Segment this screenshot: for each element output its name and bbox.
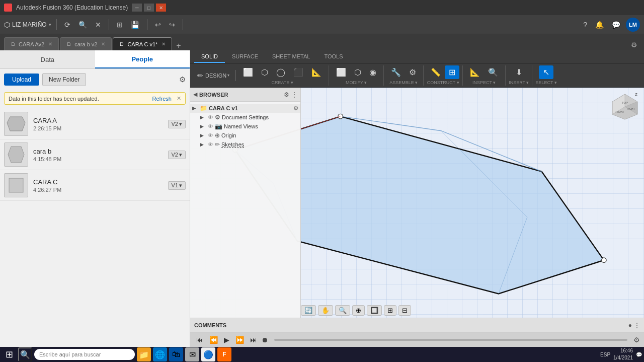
taskbar-search-input[interactable] — [34, 349, 135, 360]
maximize-button[interactable]: □ — [144, 4, 154, 12]
tab-close-cara-cv1[interactable]: ✕ — [162, 41, 166, 47]
viewport-button[interactable]: ⊟ — [398, 305, 411, 316]
tree-root[interactable]: ▶ 📁 CARA C v1 ⚙ — [190, 104, 300, 113]
close-panel-button[interactable]: ✕ — [93, 19, 104, 30]
create-btn-2[interactable]: ⬡ — [257, 65, 272, 79]
create-btn-4[interactable]: ⬛ — [289, 65, 307, 79]
upload-button[interactable]: Upload — [4, 74, 39, 86]
playback-settings-button[interactable]: ⚙ — [633, 336, 640, 344]
file-version-cara-c[interactable]: V1 ▾ — [168, 181, 186, 190]
tab-tools[interactable]: TOOLS — [317, 51, 350, 63]
zoom-button[interactable]: 🔍 — [335, 305, 350, 316]
refresh-link[interactable]: Refresh — [152, 96, 172, 102]
refresh-button[interactable]: ⟳ — [62, 19, 73, 30]
tree-item-named-views[interactable]: ▶ 👁 📷 Named Views — [190, 122, 300, 131]
create-btn-1[interactable]: ⬜ — [239, 65, 257, 79]
tree-root-settings-icon[interactable]: ⚙ — [293, 105, 298, 112]
taskbar-edge[interactable]: 🌐 — [153, 347, 167, 361]
taskbar-chrome[interactable]: 🔵 — [201, 347, 215, 361]
tree-item-doc-settings[interactable]: ▶ 👁 ⚙ Document Settings — [190, 113, 300, 122]
modify-btn-3[interactable]: ◉ — [365, 65, 380, 79]
notification-close-icon[interactable]: ✕ — [177, 95, 181, 102]
tree-item-origin[interactable]: ▶ 👁 ⊕ Origin — [190, 131, 300, 140]
save-button[interactable]: 💾 — [128, 19, 142, 30]
tab-close-cara-bv2[interactable]: ✕ — [101, 41, 105, 47]
taskbar-fusion-icon[interactable]: F — [217, 347, 231, 361]
close-button[interactable]: ✕ — [156, 4, 166, 12]
inspect-btn-1[interactable]: 📐 — [466, 65, 484, 79]
help-button[interactable]: ? — [581, 19, 590, 30]
timeline-record-button[interactable]: ⏺ — [261, 336, 268, 344]
taskbar-store[interactable]: 🛍 — [169, 347, 183, 361]
tab-people[interactable]: People — [95, 50, 190, 68]
tab-cara-cv1[interactable]: 🗋 CARA C v1* ✕ — [113, 37, 172, 50]
minimize-button[interactable]: ─ — [132, 4, 142, 12]
select-btn-1[interactable]: ↖ — [539, 65, 553, 79]
user-avatar[interactable]: LM — [626, 18, 640, 32]
end-button[interactable]: ⏭ — [248, 335, 259, 345]
file-item-cara-c[interactable]: CARA C 4:26:27 PM V1 ▾ — [0, 170, 190, 201]
taskbar-file-explorer[interactable]: 📁 — [137, 347, 151, 361]
file-item-cara-a[interactable]: CARA A 2:26:15 PM V2 ▾ — [0, 109, 190, 139]
assemble-btn-2[interactable]: ⚙ — [405, 65, 420, 79]
version-chevron-icon-b: ▾ — [179, 152, 182, 158]
redo-button[interactable]: ↪ — [167, 19, 178, 30]
browser-collapse-button[interactable]: ◀ — [193, 91, 197, 98]
tab-sheet-metal[interactable]: SHEET METAL — [265, 51, 317, 63]
file-version-cara-b[interactable]: V2 ▾ — [168, 151, 186, 159]
browser-settings-icon[interactable]: ⚙ — [284, 91, 289, 98]
design-dropdown-button[interactable]: ✏ DESIGN ▾ — [194, 66, 232, 85]
next-button[interactable]: ⏩ — [233, 335, 246, 345]
tab-solid[interactable]: SOLID — [194, 51, 225, 63]
zoom-extent-button[interactable]: ⊕ — [352, 305, 365, 316]
create-btn-5[interactable]: 📐 — [307, 65, 326, 79]
file-version-cara-a[interactable]: V2 ▾ — [168, 120, 186, 128]
data-panel-button[interactable]: ⊞ — [114, 19, 125, 30]
tree-arrow-origin: ▶ — [200, 133, 206, 138]
taskbar-search-btn[interactable]: 🔍 — [18, 347, 32, 361]
comments-expand[interactable]: ⋮ — [634, 322, 640, 329]
inspect-btn-2[interactable]: 🔍 — [484, 65, 502, 79]
browser-more-icon[interactable]: ⋮ — [291, 91, 297, 98]
canvas-area[interactable]: ◀ BROWSER ⚙ ⋮ ▶ 📁 CARA C v1 ⚙ ▶ — [190, 88, 644, 318]
pan-button[interactable]: ✋ — [318, 305, 333, 316]
view-cube[interactable]: TOP RIGHT FRONT Z — [610, 92, 640, 122]
new-folder-button[interactable]: New Folder — [42, 73, 86, 86]
construct-btn-2[interactable]: ⊞ — [445, 65, 459, 79]
notification-icon[interactable]: 💬 — [636, 352, 642, 357]
modify-btn-1[interactable]: ⬜ — [332, 65, 350, 79]
new-tab-button[interactable]: + — [173, 41, 184, 50]
taskbar-mail[interactable]: ✉ — [185, 347, 199, 361]
assemble-btn-1[interactable]: 🔧 — [387, 65, 405, 79]
tab-close-cara-av2[interactable]: ✕ — [48, 41, 52, 47]
file-item-cara-b[interactable]: cara b 4:15:48 PM V2 ▾ — [0, 139, 190, 170]
modify-section: ⬜ ⬡ ◉ MODIFY ▾ — [332, 65, 384, 86]
panel-settings-button[interactable]: ⚙ — [179, 75, 186, 84]
tab-surface[interactable]: SURFACE — [225, 51, 265, 63]
tree-item-sketches[interactable]: ▶ 👁 ✏ Sketches — [190, 140, 300, 149]
orbit-button[interactable]: 🔄 — [301, 305, 316, 316]
tab-data[interactable]: Data — [0, 50, 95, 68]
create-btn-3[interactable]: ◯ — [272, 65, 289, 79]
undo-button[interactable]: ↩ — [152, 19, 164, 30]
notifications-button[interactable]: 🔔 — [593, 19, 606, 30]
modify-btn-2[interactable]: ⬡ — [350, 65, 365, 79]
modify-label: MODIFY ▾ — [346, 80, 367, 85]
rewind-button[interactable]: ⏮ — [194, 335, 205, 345]
timeline-bar[interactable] — [274, 339, 627, 341]
start-button[interactable]: ⊞ — [2, 347, 16, 361]
insert-btn-1[interactable]: ⬇ — [512, 65, 526, 79]
date: 1/4/2021 — [613, 354, 633, 361]
tab-settings-button[interactable]: ⚙ — [628, 39, 640, 50]
comments-toggle[interactable]: ● — [628, 322, 632, 329]
grid-button[interactable]: ⊞ — [384, 305, 396, 316]
play-button[interactable]: ▶ — [222, 335, 231, 345]
user-profile[interactable]: ⬡ LIZ MARIÑO ▾ — [4, 21, 51, 29]
community-button[interactable]: 💬 — [609, 19, 623, 30]
prev-button[interactable]: ⏪ — [207, 335, 220, 345]
construct-btn-1[interactable]: 📏 — [427, 65, 445, 79]
display-mode-button[interactable]: 🔲 — [367, 305, 382, 316]
search-button[interactable]: 🔍 — [76, 19, 90, 30]
tab-cara-av2[interactable]: 🗋 CARA Av2 ✕ — [4, 37, 59, 50]
tab-cara-bv2[interactable]: 🗋 cara b v2 ✕ — [60, 37, 112, 50]
